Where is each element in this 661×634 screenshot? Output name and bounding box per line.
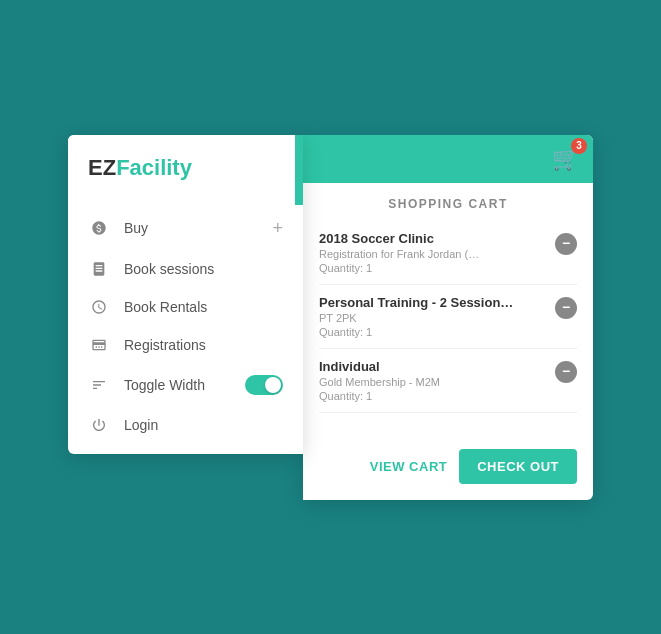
sidebar-nav: Buy + Book sessions	[68, 197, 303, 454]
sidebar-item-buy-label: Buy	[124, 220, 272, 236]
cart-item-name: Individual	[319, 359, 555, 374]
cart-item-remove-button[interactable]: −	[555, 297, 577, 319]
cart-item-remove-button[interactable]: −	[555, 361, 577, 383]
cart-item-info: Personal Training - 2 Session… PT 2PK Qu…	[319, 295, 555, 338]
sidebar-header: EZFacility	[68, 135, 303, 197]
sidebar-panel: EZFacility Buy +	[68, 135, 303, 454]
remove-icon: −	[562, 236, 570, 250]
sidebar-item-toggle-width-label: Toggle Width	[124, 377, 245, 393]
cart-item-qty: Quantity: 1	[319, 326, 555, 338]
remove-icon: −	[562, 300, 570, 314]
toggle-knob	[265, 377, 281, 393]
cart-footer: VIEW CART CHECK OUT	[303, 433, 593, 500]
cart-item-sub: Registration for Frank Jordan (…	[319, 248, 555, 260]
cart-item-sub: Gold Membership - M2M	[319, 376, 555, 388]
logo-ez: EZ	[88, 155, 116, 181]
cart-item: Individual Gold Membership - M2M Quantit…	[319, 349, 577, 413]
buy-plus-icon: +	[272, 218, 283, 239]
cart-item-name: 2018 Soccer Clinic	[319, 231, 555, 246]
sidebar-item-registrations-label: Registrations	[124, 337, 283, 353]
cart-icon-wrapper: 🛒 3	[552, 146, 579, 172]
panels-container: EZFacility Buy +	[68, 135, 593, 500]
book-icon	[88, 261, 110, 277]
sidebar-item-buy[interactable]: Buy +	[68, 207, 303, 250]
sidebar-item-login-label: Login	[124, 417, 283, 433]
logo-facility: Facility	[116, 155, 192, 181]
cart-item: 2018 Soccer Clinic Registration for Fran…	[319, 221, 577, 285]
sidebar-item-book-sessions-label: Book sessions	[124, 261, 283, 277]
sidebar-item-toggle-width[interactable]: Toggle Width	[68, 364, 303, 406]
cart-badge: 3	[571, 138, 587, 154]
cart-item-info: 2018 Soccer Clinic Registration for Fran…	[319, 231, 555, 274]
checkout-button[interactable]: CHECK OUT	[459, 449, 577, 484]
id-card-icon	[88, 337, 110, 353]
remove-icon: −	[562, 364, 570, 378]
cart-item-remove-button[interactable]: −	[555, 233, 577, 255]
clock-icon	[88, 299, 110, 315]
dollar-icon	[88, 220, 110, 236]
sidebar-item-book-rentals[interactable]: Book Rentals	[68, 288, 303, 326]
cart-item-sub: PT 2PK	[319, 312, 555, 324]
outer-background: EZFacility Buy +	[0, 0, 661, 634]
cart-item-info: Individual Gold Membership - M2M Quantit…	[319, 359, 555, 402]
cart-panel: 🛒 3 SHOPPING CART 2018 Soccer Clinic Reg…	[303, 135, 593, 500]
cart-title: SHOPPING CART	[303, 183, 593, 221]
sidebar-accent	[295, 135, 303, 205]
toggle-width-switch[interactable]	[245, 375, 283, 395]
cart-item-name: Personal Training - 2 Session…	[319, 295, 555, 310]
cart-item-qty: Quantity: 1	[319, 262, 555, 274]
cart-items-list: 2018 Soccer Clinic Registration for Fran…	[303, 221, 593, 413]
sidebar-item-book-rentals-label: Book Rentals	[124, 299, 283, 315]
sidebar-item-login[interactable]: Login	[68, 406, 303, 444]
power-icon	[88, 417, 110, 433]
view-cart-button[interactable]: VIEW CART	[370, 459, 447, 474]
sidebar-item-registrations[interactable]: Registrations	[68, 326, 303, 364]
logo: EZFacility	[88, 155, 192, 181]
toggle-icon	[88, 377, 110, 393]
cart-item-qty: Quantity: 1	[319, 390, 555, 402]
sidebar-item-book-sessions[interactable]: Book sessions	[68, 250, 303, 288]
cart-header-bar: 🛒 3	[303, 135, 593, 183]
cart-item: Personal Training - 2 Session… PT 2PK Qu…	[319, 285, 577, 349]
